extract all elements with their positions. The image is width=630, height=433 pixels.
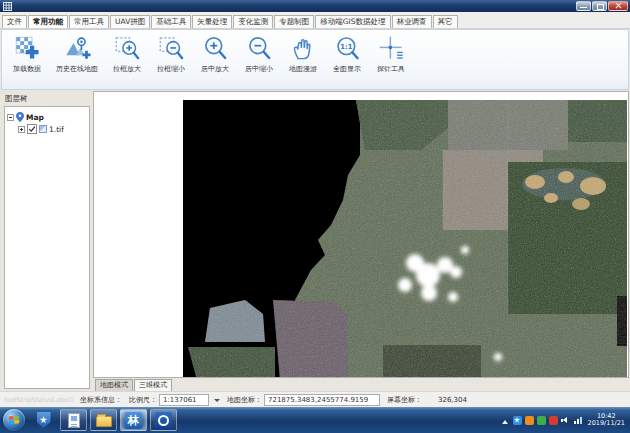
raster-layer-icon (39, 125, 47, 133)
box-zoom-out-icon (158, 35, 185, 62)
tool-history-online-map[interactable]: 历史在线地图 (51, 33, 103, 74)
tray-icon-blue-star[interactable] (513, 416, 522, 425)
system-tray: 10:42 2019/11/21 (502, 413, 627, 428)
menu-tab-mobile-gis-data[interactable]: 移动端GIS数据处理 (315, 15, 390, 28)
tool-box-zoom-out[interactable]: 拉框缩小 (151, 33, 191, 74)
tool-center-zoom-in[interactable]: 居中放大 (195, 33, 235, 74)
layer-visibility-checkbox[interactable] (27, 124, 37, 134)
taskbar-app-star[interactable] (30, 409, 57, 431)
windows-logo-icon (8, 414, 20, 426)
history-online-map-icon (64, 35, 91, 62)
tab-map-mode[interactable]: 地图模式 (95, 379, 133, 391)
taskbar: 林 10:42 2019/11/21 (0, 407, 630, 433)
menu-tab-change-monitoring[interactable]: 变化监测 (233, 15, 273, 28)
pan-hand-icon (290, 35, 317, 62)
start-button[interactable] (3, 409, 25, 431)
menu-tab-bar: 文件 常用功能 常用工具 UAV拼图 基础工具 矢量处理 变化监测 专题制图 移… (0, 12, 630, 29)
map-pin-icon (16, 112, 24, 122)
status-bar: toolStripStatusLabel1 坐标系信息： 比例尺： 1:1370… (0, 391, 630, 407)
taskbar-clock[interactable]: 10:42 2019/11/21 (588, 413, 625, 428)
tool-label: 全图显示 (333, 64, 361, 74)
collapse-icon[interactable] (7, 114, 14, 121)
maximize-icon (597, 4, 604, 10)
load-data-icon (14, 35, 41, 62)
volume-icon[interactable] (561, 416, 571, 425)
tab-3d-mode[interactable]: 三维模式 (134, 379, 172, 391)
tool-label: 居中放大 (201, 64, 229, 74)
status-placeholder-label: toolStripStatusLabel1 (4, 396, 80, 404)
titlebar (0, 0, 630, 12)
probe-tool-icon (378, 35, 405, 62)
center-zoom-out-icon (246, 35, 273, 62)
menu-tab-file[interactable]: 文件 (2, 15, 27, 28)
screen-coord-label: 屏幕坐标： (387, 395, 422, 405)
full-extent-icon-text: 1:1 (340, 43, 352, 51)
layer-tree-root-row[interactable]: Map (7, 111, 87, 123)
toolbar: 加载数据 历史在线地图 拉框放大 (1, 29, 629, 90)
map-coord-label: 地图坐标： (227, 395, 262, 405)
tool-pan[interactable]: 地图漫游 (283, 33, 323, 74)
menu-tab-common-functions[interactable]: 常用功能 (28, 15, 68, 28)
scale-label: 比例尺： (129, 395, 157, 405)
tool-center-zoom-out[interactable]: 居中缩小 (239, 33, 279, 74)
scale-input[interactable]: 1:137061 (159, 394, 209, 406)
tray-icon-green[interactable] (537, 416, 546, 425)
satellite-imagery (183, 100, 627, 378)
tool-label: 地图漫游 (289, 64, 317, 74)
close-button[interactable] (608, 1, 628, 11)
tool-label: 探针工具 (377, 64, 405, 74)
menu-tab-forestry-survey[interactable]: 林业调查 (392, 15, 432, 28)
tool-label: 拉框缩小 (157, 64, 185, 74)
tray-icon-orange[interactable] (525, 416, 534, 425)
tool-full-extent[interactable]: 1:1 全图显示 (327, 33, 367, 74)
full-extent-icon: 1:1 (334, 35, 361, 62)
taskbar-app-document[interactable] (60, 409, 87, 431)
maximize-button[interactable] (592, 1, 607, 11)
layer-tree: Map 1.tif (4, 106, 90, 389)
forest-app-icon: 林 (125, 412, 142, 429)
layer-tree-item-label[interactable]: 1.tif (49, 125, 64, 134)
forest-app-glyph: 林 (128, 412, 139, 429)
tool-load-data[interactable]: 加载数据 (7, 33, 47, 74)
menu-tab-other[interactable]: 其它 (433, 15, 458, 28)
app-grid-icon (3, 2, 12, 11)
minimize-icon (580, 7, 587, 9)
screen-coord-value: 326,304 (438, 396, 467, 404)
minimize-button[interactable] (576, 1, 591, 11)
map-canvas[interactable] (93, 91, 629, 378)
map-view: 地图模式 三维模式 (93, 91, 629, 391)
clock-date: 2019/11/21 (588, 420, 625, 428)
coord-sys-label: 坐标系信息： (80, 395, 122, 405)
tray-icon-red[interactable] (549, 416, 558, 425)
main-area: 图层树 Map (0, 90, 630, 391)
layer-tree-item-row[interactable]: 1.tif (7, 123, 87, 135)
folder-icon (96, 416, 112, 427)
taskbar-app-forest-gis[interactable]: 林 (120, 409, 147, 431)
tool-probe[interactable]: 探针工具 (371, 33, 411, 74)
taskbar-app-folder[interactable] (90, 409, 117, 431)
menu-tab-vector-processing[interactable]: 矢量处理 (192, 15, 232, 28)
tool-label: 拉框放大 (113, 64, 141, 74)
expand-icon[interactable] (18, 126, 25, 133)
application-window: 文件 常用功能 常用工具 UAV拼图 基础工具 矢量处理 变化监测 专题制图 移… (0, 0, 630, 433)
center-zoom-in-icon (202, 35, 229, 62)
menu-tab-uav-mosaic[interactable]: UAV拼图 (110, 15, 150, 28)
check-icon (28, 125, 36, 133)
tray-expand-icon[interactable] (502, 417, 508, 424)
layer-panel: 图层树 Map (1, 91, 93, 391)
network-icon[interactable] (574, 417, 583, 424)
layer-panel-title: 图层树 (1, 91, 93, 106)
map-coord-value: 721875.3483,2455774.9159 (264, 394, 380, 406)
tool-label: 历史在线地图 (56, 64, 98, 74)
menu-tab-basic-tools[interactable]: 基础工具 (151, 15, 191, 28)
menu-tab-thematic-mapping[interactable]: 专题制图 (274, 15, 314, 28)
tool-label: 加载数据 (13, 64, 41, 74)
ring-app-icon (155, 412, 172, 429)
document-icon (68, 413, 80, 428)
scale-dropdown-arrow-icon[interactable] (214, 399, 220, 405)
box-zoom-in-icon (114, 35, 141, 62)
menu-tab-common-tools[interactable]: 常用工具 (69, 15, 109, 28)
taskbar-app-ring[interactable] (150, 409, 177, 431)
layer-tree-root-label[interactable]: Map (26, 113, 44, 122)
tool-box-zoom-in[interactable]: 拉框放大 (107, 33, 147, 74)
